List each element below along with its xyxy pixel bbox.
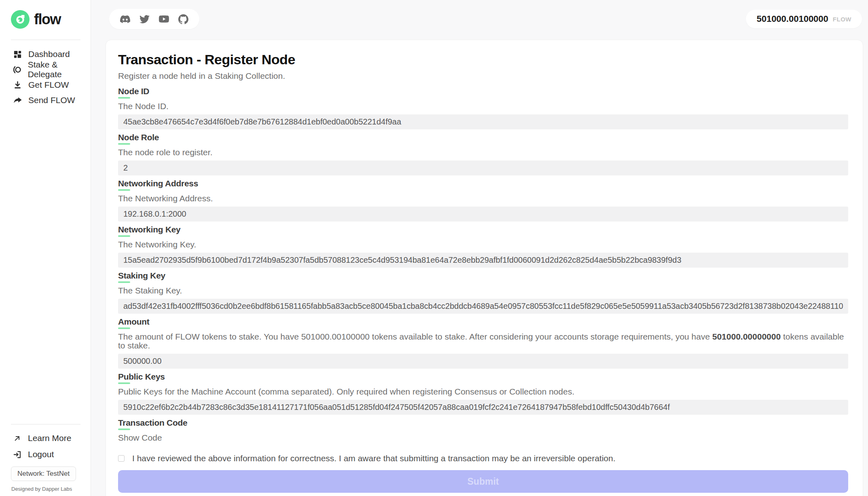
node-id-description: The Node ID. (118, 102, 848, 111)
node-role-input[interactable] (118, 160, 848, 175)
credit-text: Designed by Dapper Labs (11, 486, 91, 492)
dashboard-grid-icon (12, 49, 23, 60)
balance-amount: 501000.00100000 (756, 14, 828, 24)
sidebar-nav: Dashboard Stake & Delegate (0, 46, 91, 108)
sidebar-item-label: Send FLOW (28, 95, 75, 105)
amount-description-before: The amount of FLOW tokens to stake. You … (118, 332, 712, 341)
sidebar-item-label: Dashboard (28, 49, 70, 59)
topbar: 501000.00100000 FLOW (106, 9, 863, 29)
discord-icon[interactable] (120, 14, 130, 24)
staking-key-input[interactable] (118, 299, 848, 314)
external-link-arrow-icon (12, 433, 22, 443)
learn-more-link[interactable]: Learn More (0, 430, 91, 446)
social-links-pill (109, 9, 199, 29)
network-indicator: Network: TestNet (11, 466, 76, 481)
label-underline (118, 327, 130, 329)
send-arrow-icon (12, 95, 23, 106)
transaction-card: Transaction - Register Node Register a n… (106, 40, 863, 496)
label-underline (118, 189, 130, 191)
learn-more-label: Learn More (28, 433, 71, 443)
field-staking-key: Staking Key The Staking Key. (118, 271, 848, 314)
public-keys-description: Public Keys for the Machine Account (com… (118, 387, 848, 396)
label-underline (118, 382, 130, 384)
twitter-icon[interactable] (139, 14, 150, 24)
flow-logo-icon (11, 10, 30, 29)
download-icon (12, 80, 23, 91)
flow-brand[interactable]: flow (11, 10, 91, 29)
submit-button[interactable]: Submit (118, 470, 848, 493)
stake-delegate-icon (12, 64, 23, 75)
main-area: 501000.00100000 FLOW Transaction - Regis… (91, 0, 868, 496)
field-public-keys: Public Keys Public Keys for the Machine … (118, 372, 848, 415)
sidebar-item-stake-delegate[interactable]: Stake & Delegate (0, 62, 91, 77)
staking-key-label: Staking Key (118, 271, 848, 280)
confirmation-row: I have reviewed the above information fo… (118, 454, 848, 463)
sidebar: flow Dashboard (0, 0, 91, 496)
public-keys-label: Public Keys (118, 372, 848, 381)
brand-wordmark: flow (34, 11, 61, 28)
field-transaction-code: Transaction Code Show Code (118, 418, 848, 442)
sidebar-divider-top (11, 40, 80, 40)
networking-key-description: The Networking Key. (118, 240, 848, 249)
networking-address-input[interactable] (118, 207, 848, 222)
node-role-label: Node Role (118, 133, 848, 142)
sidebar-item-label: Stake & Delegate (28, 60, 91, 79)
node-role-description: The node role to register. (118, 148, 848, 157)
networking-address-description: The Networking Address. (118, 194, 848, 203)
sidebar-divider-bottom (11, 424, 80, 424)
amount-available-bold: 501000.00000000 (712, 332, 781, 341)
confirmation-text: I have reviewed the above information fo… (132, 454, 615, 463)
page-title: Transaction - Register Node (118, 52, 848, 67)
label-underline (118, 97, 130, 99)
page-subtitle: Register a node held in a Staking Collec… (118, 72, 848, 80)
sidebar-item-send-flow[interactable]: Send FLOW (0, 93, 91, 108)
app-root: flow Dashboard (0, 0, 868, 496)
amount-description: The amount of FLOW tokens to stake. You … (118, 332, 848, 350)
confirmation-checkbox[interactable] (118, 455, 125, 462)
logout-button[interactable]: Logout (0, 446, 91, 462)
field-networking-key: Networking Key The Networking Key. (118, 225, 848, 268)
amount-label: Amount (118, 317, 848, 326)
amount-input[interactable] (118, 354, 848, 369)
youtube-icon[interactable] (159, 14, 169, 24)
sidebar-item-get-flow[interactable]: Get FLOW (0, 77, 91, 93)
show-code-toggle[interactable]: Show Code (118, 433, 848, 442)
transaction-code-label: Transaction Code (118, 418, 848, 427)
field-amount: Amount The amount of FLOW tokens to stak… (118, 317, 848, 369)
label-underline (118, 143, 130, 145)
label-underline (118, 235, 130, 237)
networking-address-label: Networking Address (118, 179, 848, 188)
public-keys-input[interactable] (118, 400, 848, 415)
label-underline (118, 281, 130, 283)
field-networking-address: Networking Address The Networking Addres… (118, 179, 848, 222)
field-node-id: Node ID The Node ID. (118, 87, 848, 129)
node-id-label: Node ID (118, 87, 848, 96)
sidebar-item-label: Get FLOW (28, 80, 69, 90)
field-node-role: Node Role The node role to register. (118, 133, 848, 175)
staking-key-description: The Staking Key. (118, 286, 848, 295)
node-id-input[interactable] (118, 114, 848, 129)
sidebar-footer: Learn More Logout Network: TestNet Desig… (0, 413, 91, 492)
label-underline (118, 428, 130, 430)
logout-icon (12, 450, 22, 460)
networking-key-input[interactable] (118, 253, 848, 268)
balance-currency-label: FLOW (833, 16, 851, 23)
logout-label: Logout (28, 450, 54, 459)
github-icon[interactable] (178, 14, 188, 24)
networking-key-label: Networking Key (118, 225, 848, 234)
account-balance-pill: 501000.00100000 FLOW (746, 10, 862, 28)
